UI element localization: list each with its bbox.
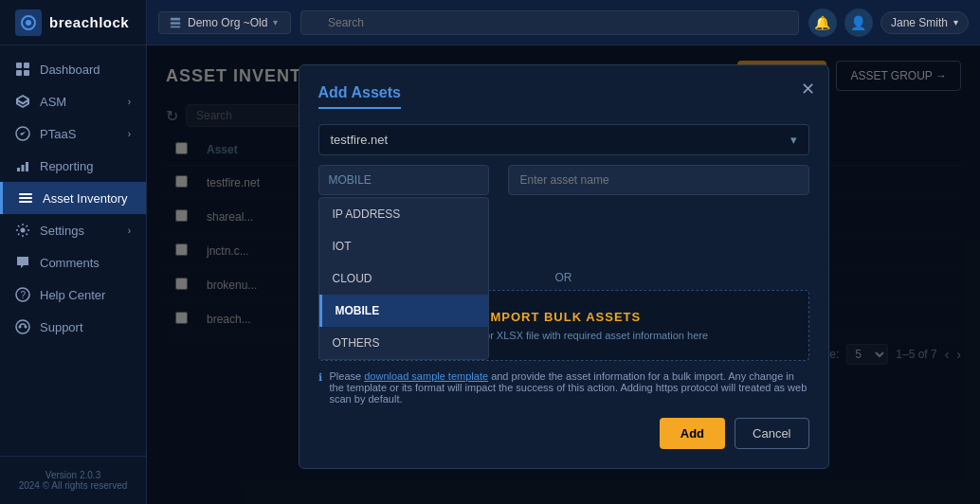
- sidebar-item-asset-inventory-label: Asset Inventory: [43, 191, 128, 206]
- modal-asset-row: Select Asset Type IP ADDRESS IOT CLOUD M…: [318, 165, 809, 195]
- notification-bell-icon[interactable]: 🔔: [808, 9, 837, 37]
- help-icon: ?: [15, 287, 30, 302]
- dropdown-option-iot[interactable]: IOT: [319, 230, 488, 262]
- asset-type-wrapper: Select Asset Type IP ADDRESS IOT CLOUD M…: [318, 165, 489, 195]
- svg-rect-21: [171, 22, 181, 25]
- org-dropdown[interactable]: testfire.net ▾: [318, 124, 809, 155]
- modal-add-button[interactable]: Add: [660, 418, 725, 449]
- dashboard-icon: [15, 62, 30, 77]
- svg-rect-11: [19, 193, 32, 195]
- svg-rect-22: [171, 26, 181, 27]
- org-name: Demo Org ~Old: [188, 16, 267, 29]
- topbar: Demo Org ~Old ▾ 🔍 🔔 👤 Jane Smith ▾: [147, 0, 980, 45]
- search-input[interactable]: [300, 10, 799, 35]
- dropdown-option-mobile[interactable]: MOBILE: [319, 295, 488, 327]
- sidebar-item-settings[interactable]: Settings ›: [0, 214, 146, 246]
- info-text: Please download sample template and prov…: [330, 370, 809, 405]
- asm-chevron-icon: ›: [128, 97, 131, 107]
- svg-rect-6: [24, 70, 29, 76]
- modal-title: Add Assets: [318, 84, 401, 109]
- topbar-right: 🔔 👤 Jane Smith ▾: [808, 9, 969, 37]
- sidebar-footer: Version 2.0.3 2024 © All rights reserved: [0, 456, 146, 504]
- logo-icon: [15, 9, 42, 36]
- sidebar-item-comments[interactable]: Comments: [0, 246, 146, 279]
- dropdown-option-cloud[interactable]: CLOUD: [319, 262, 488, 295]
- svg-rect-20: [171, 17, 181, 20]
- svg-point-18: [19, 326, 22, 329]
- sidebar-item-ptaas[interactable]: PTaaS ›: [0, 117, 146, 150]
- sidebar-item-asm-label: ASM: [40, 95, 66, 109]
- info-note: ℹ Please download sample template and pr…: [318, 370, 809, 405]
- modal-overlay: Add Assets ✕ testfire.net ▾ Select Asset…: [147, 45, 980, 504]
- sidebar-item-dashboard[interactable]: Dashboard: [0, 53, 146, 85]
- settings-icon: [15, 223, 30, 238]
- ptaas-chevron-icon: ›: [128, 129, 131, 139]
- version-text: Version 2.0.3 2024 © All rights reserved: [0, 464, 146, 496]
- modal-close-button[interactable]: ✕: [801, 79, 815, 99]
- svg-rect-9: [22, 165, 25, 171]
- svg-rect-3: [16, 63, 22, 68]
- svg-rect-12: [19, 197, 32, 199]
- user-name: Jane Smith: [891, 16, 948, 29]
- svg-rect-4: [24, 63, 29, 68]
- svg-rect-10: [26, 162, 28, 171]
- reporting-icon: [15, 158, 30, 173]
- user-chevron-icon: ▾: [953, 17, 958, 27]
- sidebar-item-reporting-label: Reporting: [40, 159, 93, 173]
- sidebar-item-support[interactable]: Support: [0, 311, 146, 343]
- org-icon: [169, 16, 182, 29]
- sidebar-item-help-center-label: Help Center: [40, 288, 105, 302]
- inventory-icon: [18, 190, 33, 206]
- org-selector[interactable]: Demo Org ~Old ▾: [158, 11, 291, 34]
- modal-cancel-button[interactable]: Cancel: [735, 418, 808, 449]
- asset-type-select[interactable]: Select Asset Type IP ADDRESS IOT CLOUD M…: [318, 165, 489, 195]
- sidebar-item-support-label: Support: [40, 320, 83, 334]
- add-assets-modal: Add Assets ✕ testfire.net ▾ Select Asset…: [299, 64, 829, 469]
- dropdown-option-others[interactable]: OTHERS: [319, 327, 488, 359]
- ptaas-icon: [15, 126, 30, 141]
- nav-items: Dashboard ASM › PTaaS › Reporting Asset …: [0, 45, 146, 456]
- info-icon: ℹ: [318, 371, 322, 384]
- svg-rect-8: [17, 168, 20, 171]
- sidebar: breachlock Dashboard ASM › PTaaS › Repor…: [0, 0, 147, 504]
- org-dropdown-value: testfire.net: [331, 133, 389, 147]
- sidebar-item-ptaas-label: PTaaS: [40, 127, 76, 141]
- svg-point-2: [26, 20, 31, 26]
- org-dropdown-chevron-icon: ▾: [790, 133, 797, 147]
- search-wrap: 🔍: [300, 10, 799, 35]
- svg-point-19: [25, 326, 27, 329]
- support-icon: [15, 319, 30, 334]
- sidebar-item-settings-label: Settings: [40, 224, 84, 238]
- svg-rect-5: [16, 70, 22, 76]
- asset-type-dropdown-panel: IP ADDRESS IOT CLOUD MOBILE OTHERS: [318, 197, 489, 360]
- sidebar-item-help-center[interactable]: ? Help Center: [0, 279, 146, 311]
- asset-name-input[interactable]: [508, 165, 809, 195]
- comments-icon: [15, 255, 30, 270]
- svg-point-17: [16, 320, 29, 333]
- sidebar-item-asm[interactable]: ASM ›: [0, 85, 146, 117]
- dropdown-option-ip-address[interactable]: IP ADDRESS: [319, 198, 488, 230]
- svg-text:?: ?: [21, 290, 27, 300]
- sidebar-item-reporting[interactable]: Reporting: [0, 150, 146, 182]
- avatar[interactable]: 👤: [844, 9, 873, 37]
- modal-org-row: testfire.net ▾: [318, 124, 809, 155]
- download-sample-link[interactable]: download sample template: [364, 370, 488, 382]
- logo-area: breachlock: [0, 0, 146, 45]
- user-menu[interactable]: Jane Smith ▾: [880, 11, 969, 34]
- svg-rect-13: [19, 201, 32, 203]
- org-chevron-icon: ▾: [273, 17, 278, 27]
- modal-footer: Add Cancel: [318, 418, 809, 449]
- logo-text: breachlock: [49, 14, 129, 30]
- sidebar-item-comments-label: Comments: [40, 256, 100, 270]
- svg-point-14: [21, 228, 26, 233]
- sidebar-item-asset-inventory[interactable]: Asset Inventory: [0, 182, 146, 214]
- sidebar-item-dashboard-label: Dashboard: [40, 63, 100, 77]
- asm-icon: [15, 94, 30, 109]
- settings-chevron-icon: ›: [128, 225, 131, 236]
